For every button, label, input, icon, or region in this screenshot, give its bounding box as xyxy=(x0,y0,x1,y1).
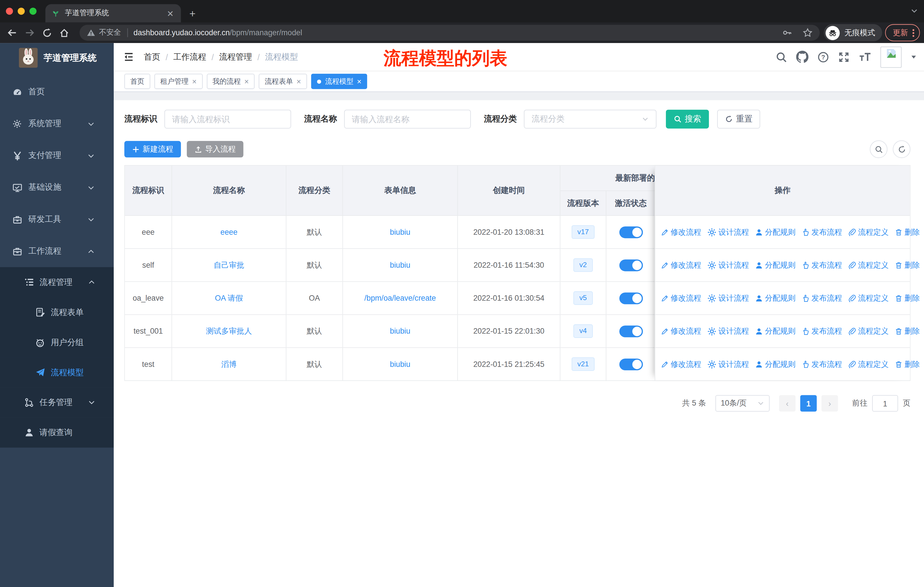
active-toggle[interactable] xyxy=(619,226,642,238)
process-name-link[interactable]: 自己审批 xyxy=(214,260,244,270)
process-name-link[interactable]: OA 请假 xyxy=(215,293,243,303)
sidebar-item-研发工具[interactable]: 研发工具 xyxy=(0,203,114,235)
browser-update-button[interactable]: 更新 xyxy=(885,24,920,41)
action-流程定义[interactable]: 流程定义 xyxy=(848,326,889,336)
close-icon[interactable]: × xyxy=(357,77,361,86)
fullscreen-icon[interactable] xyxy=(838,51,850,63)
action-流程定义[interactable]: 流程定义 xyxy=(848,293,889,303)
process-name-link[interactable]: 测试多审批人 xyxy=(206,326,252,336)
close-window-button[interactable] xyxy=(6,8,13,15)
maximize-window-button[interactable] xyxy=(30,8,37,15)
sidebar-item-系统管理[interactable]: 系统管理 xyxy=(0,108,114,140)
reload-icon[interactable] xyxy=(42,28,53,38)
window-controls[interactable] xyxy=(6,8,37,15)
refresh-table-button[interactable] xyxy=(893,141,911,158)
form-link[interactable]: biubiu xyxy=(390,327,410,336)
sidebar-item-流程模型[interactable]: 流程模型 xyxy=(0,357,114,387)
reset-button[interactable]: 重置 xyxy=(717,110,760,129)
action-流程定义[interactable]: 流程定义 xyxy=(848,227,889,237)
action-分配规则[interactable]: 分配规则 xyxy=(755,293,796,303)
form-link[interactable]: /bpm/oa/leave/create xyxy=(364,294,436,303)
next-page-button[interactable]: › xyxy=(822,395,838,412)
sidebar-item-用户分组[interactable]: 用户分组 xyxy=(0,327,114,357)
back-icon[interactable] xyxy=(7,27,18,38)
action-修改流程[interactable]: 修改流程 xyxy=(660,293,701,303)
form-link[interactable]: biubiu xyxy=(390,228,410,236)
action-删除[interactable]: 删除 xyxy=(894,359,920,369)
active-toggle[interactable] xyxy=(619,358,642,370)
action-设计流程[interactable]: 设计流程 xyxy=(707,293,749,303)
font-size-icon[interactable] xyxy=(859,51,871,63)
tags-view-item-我的流程[interactable]: 我的流程× xyxy=(206,74,255,89)
sidebar-item-任务管理[interactable]: 任务管理 xyxy=(0,387,114,418)
active-toggle[interactable] xyxy=(619,292,642,304)
action-发布流程[interactable]: 发布流程 xyxy=(802,326,842,336)
action-分配规则[interactable]: 分配规则 xyxy=(755,326,796,336)
search-button[interactable]: 搜索 xyxy=(666,110,709,129)
tab-search-icon[interactable] xyxy=(911,7,918,15)
action-修改流程[interactable]: 修改流程 xyxy=(660,227,701,237)
close-icon[interactable]: × xyxy=(244,77,249,86)
forward-icon[interactable] xyxy=(24,27,35,38)
process-name-link[interactable]: 滔博 xyxy=(221,359,237,369)
action-设计流程[interactable]: 设计流程 xyxy=(707,260,749,270)
browser-tab[interactable]: 芋道管理系统 ✕ xyxy=(45,4,181,22)
action-修改流程[interactable]: 修改流程 xyxy=(660,326,701,336)
category-select[interactable]: 流程分类 xyxy=(524,110,657,129)
prev-page-button[interactable]: ‹ xyxy=(779,395,796,412)
active-toggle[interactable] xyxy=(619,325,642,337)
breadcrumb-item[interactable]: 流程管理 xyxy=(219,51,252,62)
user-avatar[interactable] xyxy=(881,46,902,68)
tags-view-item-流程模型[interactable]: 流程模型× xyxy=(311,74,368,89)
action-删除[interactable]: 删除 xyxy=(894,293,920,303)
sidebar-item-基础设施[interactable]: 基础设施 xyxy=(0,172,114,203)
action-分配规则[interactable]: 分配规则 xyxy=(755,359,796,369)
sidebar-item-首页[interactable]: 首页 xyxy=(0,76,114,108)
github-icon[interactable] xyxy=(796,51,808,63)
action-设计流程[interactable]: 设计流程 xyxy=(707,359,749,369)
current-page-button[interactable]: 1 xyxy=(800,395,817,412)
close-icon[interactable]: × xyxy=(297,77,301,86)
tags-view-item-流程表单[interactable]: 流程表单× xyxy=(259,74,307,89)
action-删除[interactable]: 删除 xyxy=(894,227,920,237)
close-icon[interactable]: × xyxy=(192,77,197,86)
search-icon[interactable] xyxy=(776,51,787,63)
sidebar-item-流程管理[interactable]: 流程管理 xyxy=(0,267,114,297)
action-发布流程[interactable]: 发布流程 xyxy=(802,293,842,303)
action-设计流程[interactable]: 设计流程 xyxy=(707,227,749,237)
not-secure-warning-icon[interactable] xyxy=(86,28,96,37)
action-设计流程[interactable]: 设计流程 xyxy=(707,326,749,336)
sidebar-item-支付管理[interactable]: 支付管理 xyxy=(0,140,114,172)
minimize-window-button[interactable] xyxy=(18,8,25,15)
goto-page-input[interactable] xyxy=(872,395,898,412)
avatar-caret-icon[interactable] xyxy=(911,54,917,60)
breadcrumb-item[interactable]: 工作流程 xyxy=(173,51,206,62)
new-tab-button[interactable]: ＋ xyxy=(187,7,197,20)
import-process-button[interactable]: 导入流程 xyxy=(187,141,243,158)
browser-menu-icon[interactable] xyxy=(912,28,914,38)
action-发布流程[interactable]: 发布流程 xyxy=(802,260,842,270)
action-修改流程[interactable]: 修改流程 xyxy=(660,359,701,369)
sidebar-fold-icon[interactable] xyxy=(123,51,134,63)
url-text[interactable]: dashboard.yudao.iocoder.cn/bpm/manager/m… xyxy=(134,28,302,37)
action-分配规则[interactable]: 分配规则 xyxy=(755,227,796,237)
tags-view-item-租户管理[interactable]: 租户管理× xyxy=(154,74,203,89)
home-icon[interactable] xyxy=(59,28,69,38)
app-logo[interactable]: 芋道管理系统 xyxy=(0,43,114,73)
address-bar[interactable]: 不安全 dashboard.yudao.iocoder.cn/bpm/manag… xyxy=(80,25,820,41)
create-process-button[interactable]: 新建流程 xyxy=(124,141,181,158)
breadcrumb-item[interactable]: 首页 xyxy=(144,51,160,62)
security-label[interactable]: 不安全 xyxy=(99,28,121,38)
help-icon[interactable]: ? xyxy=(817,51,829,63)
tags-view-item-首页[interactable]: 首页 xyxy=(124,74,150,89)
key-icon[interactable] xyxy=(782,28,792,38)
action-流程定义[interactable]: 流程定义 xyxy=(848,260,889,270)
process-name-input[interactable] xyxy=(344,110,471,129)
action-删除[interactable]: 删除 xyxy=(894,260,920,270)
bookmark-star-icon[interactable] xyxy=(803,28,813,38)
sidebar-item-工作流程[interactable]: 工作流程 xyxy=(0,235,114,267)
process-id-input[interactable] xyxy=(164,110,291,129)
sidebar-item-请假查询[interactable]: 请假查询 xyxy=(0,418,114,448)
update-label[interactable]: 更新 xyxy=(893,28,908,38)
page-size-select[interactable]: 10条/页 xyxy=(716,395,770,412)
